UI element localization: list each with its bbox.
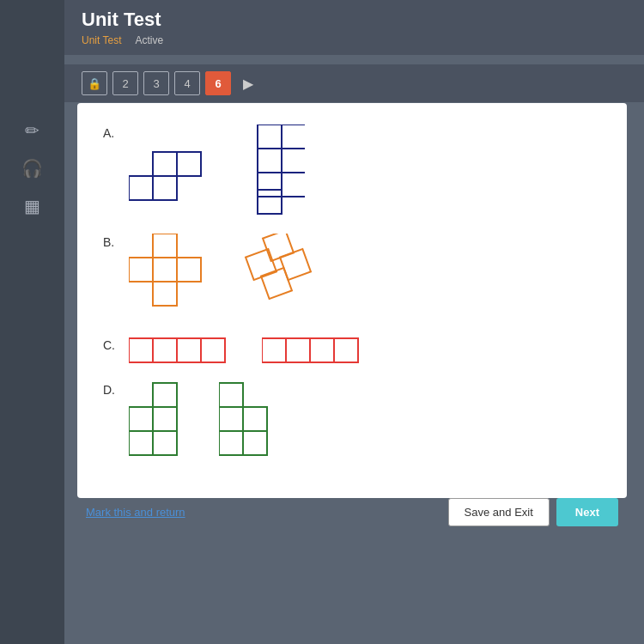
option-c-shapes[interactable] — [129, 337, 361, 364]
svg-rect-23 — [201, 338, 225, 362]
svg-rect-21 — [153, 338, 177, 362]
svg-rect-37 — [219, 431, 243, 455]
option-a-label: A. — [103, 125, 120, 140]
option-c-label: C. — [103, 337, 120, 352]
svg-rect-9 — [282, 173, 305, 197]
option-a-row: A. — [103, 125, 601, 215]
svg-rect-16 — [263, 234, 294, 261]
action-buttons: Save and Exit Next — [448, 498, 618, 526]
breadcrumb-status: Active — [135, 34, 163, 46]
question-nav: 🔒 2 3 4 6 ▶ — [64, 64, 644, 102]
svg-rect-19 — [261, 268, 292, 299]
shape-b2[interactable] — [240, 234, 318, 319]
svg-rect-4 — [258, 125, 282, 149]
question-btn-6[interactable]: 6 — [205, 71, 231, 95]
save-exit-button[interactable]: Save and Exit — [448, 498, 550, 526]
svg-rect-11 — [129, 258, 153, 282]
page-title: Unit Test — [82, 9, 627, 31]
shape-d2[interactable] — [219, 381, 275, 459]
shape-c1[interactable] — [129, 337, 228, 364]
svg-rect-14 — [153, 282, 177, 306]
bottom-bar: Mark this and return Save and Exit Next — [77, 498, 627, 526]
svg-rect-29 — [129, 431, 153, 455]
shape-d1[interactable] — [129, 381, 185, 459]
question-nav-arrow[interactable]: ▶ — [243, 76, 253, 92]
question-btn-lock[interactable]: 🔒 — [82, 71, 107, 95]
svg-rect-34 — [219, 407, 243, 431]
svg-rect-26 — [310, 338, 334, 362]
svg-rect-2 — [153, 152, 177, 176]
svg-rect-28 — [129, 407, 153, 431]
svg-rect-18 — [246, 249, 276, 280]
shape-a1[interactable] — [129, 125, 206, 202]
sidebar: ✏ 🎧 ▦ — [0, 0, 64, 644]
svg-rect-6 — [258, 149, 282, 173]
svg-rect-5 — [282, 125, 305, 149]
svg-rect-32 — [153, 407, 177, 431]
shape-c2[interactable] — [262, 337, 361, 364]
option-a-shapes[interactable] — [129, 125, 305, 215]
svg-rect-8 — [258, 173, 282, 197]
svg-rect-25 — [286, 338, 310, 362]
svg-rect-27 — [334, 338, 358, 362]
question-btn-4[interactable]: 4 — [174, 71, 200, 95]
svg-rect-1 — [153, 176, 177, 200]
svg-rect-7 — [282, 149, 305, 173]
svg-rect-30 — [153, 431, 177, 455]
svg-rect-10 — [258, 190, 282, 214]
calculator-icon[interactable]: ▦ — [24, 196, 40, 216]
header: Unit Test Unit Test Active — [64, 0, 644, 55]
option-d-row: D. — [103, 381, 601, 459]
next-button[interactable]: Next — [556, 498, 618, 526]
shape-b1[interactable] — [129, 234, 206, 311]
mark-return-button[interactable]: Mark this and return — [86, 506, 185, 519]
svg-rect-31 — [153, 383, 177, 407]
svg-rect-35 — [243, 407, 267, 431]
svg-rect-20 — [129, 338, 153, 362]
option-b-shapes[interactable] — [129, 234, 318, 319]
svg-rect-36 — [243, 431, 267, 455]
option-d-label: D. — [103, 381, 120, 397]
pencil-icon[interactable]: ✏ — [25, 120, 39, 141]
headphones-icon[interactable]: 🎧 — [21, 158, 43, 179]
svg-rect-17 — [280, 249, 311, 280]
svg-rect-13 — [153, 234, 177, 258]
option-c-row: C. — [103, 337, 601, 364]
main-card: A. — [77, 103, 627, 498]
svg-rect-3 — [177, 152, 201, 176]
svg-rect-15 — [177, 258, 201, 282]
breadcrumb-link[interactable]: Unit Test — [82, 34, 121, 46]
shape-a2[interactable] — [240, 125, 305, 215]
question-btn-3[interactable]: 3 — [143, 71, 169, 95]
svg-rect-12 — [153, 258, 177, 282]
svg-rect-33 — [219, 383, 243, 407]
svg-rect-24 — [262, 338, 286, 362]
option-d-shapes[interactable] — [129, 381, 275, 459]
shapes-container: A. — [103, 125, 601, 459]
option-b-label: B. — [103, 234, 120, 249]
breadcrumb: Unit Test Active — [82, 34, 627, 46]
question-btn-2[interactable]: 2 — [112, 71, 138, 95]
option-b-row: B. — [103, 234, 601, 319]
svg-rect-0 — [129, 176, 153, 200]
svg-rect-22 — [177, 338, 201, 362]
